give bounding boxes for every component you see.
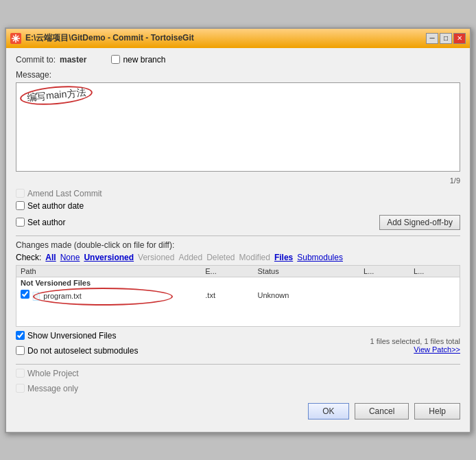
- titlebar-buttons[interactable]: ─ □ ✕: [426, 33, 466, 44]
- table-header-row: Path E... Status L... L...: [16, 266, 460, 277]
- show-unversioned-row: Show Unversioned Files: [16, 331, 138, 341]
- file-checkbox-cell: 📄 program.txt: [16, 288, 201, 302]
- check-label: Check:: [16, 253, 41, 262]
- changes-header: Changes made (double-click on file for d…: [16, 240, 460, 250]
- bottom-left: Show Unversioned Files Do not autoselect…: [16, 331, 138, 360]
- author-row: Set author Add Signed-off-by: [16, 215, 460, 230]
- new-branch-label: new branch: [123, 55, 165, 65]
- changes-section: Changes made (double-click on file for d…: [16, 240, 460, 262]
- show-unversioned-label: Show Unversioned Files: [27, 331, 116, 341]
- message-textarea[interactable]: [16, 82, 460, 172]
- check-row: Check: All None Unversioned Versioned Ad…: [16, 253, 460, 262]
- file-ext: .txt: [201, 288, 253, 302]
- col-status: Status: [253, 266, 359, 277]
- file-l1: [359, 288, 409, 302]
- file-icon: 📄: [32, 292, 41, 300]
- cancel-button[interactable]: Cancel: [355, 403, 409, 419]
- no-autoselect-row: Do not autoselect submodules: [16, 346, 138, 356]
- maximize-button[interactable]: □: [440, 33, 452, 44]
- whole-project-label: Whole Project: [27, 369, 79, 378]
- separator-1: [16, 235, 460, 236]
- check-files[interactable]: Files: [274, 253, 293, 262]
- file-l2: [409, 288, 460, 302]
- bottom-options: Show Unversioned Files Do not autoselect…: [16, 331, 460, 360]
- author-left: Set author: [16, 218, 65, 227]
- set-author-date-checkbox[interactable]: [16, 201, 25, 210]
- final-options: Whole Project Message only: [16, 369, 460, 398]
- check-unversioned[interactable]: Unversioned: [84, 253, 134, 262]
- separator-2: [16, 364, 460, 365]
- check-added: Added: [178, 253, 202, 262]
- whole-project-checkbox: [16, 369, 25, 378]
- help-button[interactable]: Help: [414, 403, 460, 419]
- close-button[interactable]: ✕: [453, 33, 466, 44]
- new-branch-row: new branch: [111, 55, 165, 65]
- bottom-right: 1 files selected, 1 files total View Pat…: [370, 337, 460, 354]
- file-checkbox[interactable]: [21, 290, 29, 299]
- set-author-label: Set author: [27, 218, 65, 227]
- check-none[interactable]: None: [60, 253, 80, 262]
- check-submodules[interactable]: Submodules: [297, 253, 343, 262]
- action-buttons: OK Cancel Help: [16, 403, 460, 425]
- section-row: Not Versioned Files: [16, 277, 460, 288]
- set-author-date-row: Set author date: [16, 201, 460, 211]
- col-ext: E...: [201, 266, 253, 277]
- amend-label: Amend Last Commit: [27, 189, 102, 198]
- set-author-date-label: Set author date: [27, 201, 84, 211]
- file-status: Unknown: [253, 288, 359, 302]
- check-all[interactable]: All: [45, 253, 56, 262]
- git-icon: [10, 33, 21, 44]
- message-only-checkbox: [16, 384, 25, 393]
- window-title: E:\云端项目\GitDemo - Commit - TortoiseGit: [25, 32, 194, 44]
- section-label: Not Versioned Files: [16, 277, 460, 288]
- titlebar-left: E:\云端项目\GitDemo - Commit - TortoiseGit: [10, 32, 194, 44]
- table-row[interactable]: 📄 program.txt .txt Unknown: [16, 288, 460, 302]
- no-autoselect-checkbox[interactable]: [16, 346, 25, 355]
- check-versioned: Versioned: [138, 253, 174, 262]
- ok-button[interactable]: OK: [308, 403, 349, 419]
- message-only-label: Message only: [27, 384, 78, 393]
- view-patch-link[interactable]: View Patch>>: [414, 345, 460, 354]
- message-counter: 1/9: [16, 176, 460, 185]
- new-branch-checkbox[interactable]: [111, 55, 120, 64]
- files-table-container[interactable]: Path E... Status L... L... Not Versioned…: [16, 265, 460, 327]
- col-l2: L...: [409, 266, 460, 277]
- minimize-button[interactable]: ─: [426, 33, 438, 44]
- show-unversioned-checkbox[interactable]: [16, 331, 25, 340]
- files-info: 1 files selected, 1 files total: [370, 337, 460, 345]
- whole-project-row: Whole Project: [16, 369, 460, 378]
- commit-to-label: Commit to:: [16, 55, 56, 65]
- no-autoselect-label: Do not autoselect submodules: [27, 346, 138, 356]
- amend-checkbox[interactable]: [16, 189, 25, 198]
- file-name: program.txt: [43, 292, 82, 300]
- main-window: E:\云端项目\GitDemo - Commit - TortoiseGit ─…: [5, 27, 471, 433]
- branch-name: master: [60, 55, 86, 65]
- amend-row: Amend Last Commit: [16, 189, 460, 198]
- add-signed-off-button[interactable]: Add Signed-off-by: [379, 215, 460, 230]
- files-table: Path E... Status L... L... Not Versioned…: [16, 266, 460, 302]
- check-deleted: Deleted: [206, 253, 235, 262]
- message-section: Message: 编写main方法 1/9: [16, 70, 460, 185]
- message-only-row: Message only: [16, 384, 460, 393]
- message-container: 编写main方法: [16, 82, 460, 174]
- col-path: Path: [16, 266, 201, 277]
- set-author-checkbox[interactable]: [16, 218, 25, 227]
- commit-to-row: Commit to: master new branch: [16, 55, 460, 65]
- check-modified: Modified: [239, 253, 270, 262]
- titlebar: E:\云端项目\GitDemo - Commit - TortoiseGit ─…: [6, 29, 470, 48]
- window-content: Commit to: master new branch Message: 编写…: [6, 48, 470, 432]
- col-l1: L...: [359, 266, 409, 277]
- message-label: Message:: [16, 70, 460, 80]
